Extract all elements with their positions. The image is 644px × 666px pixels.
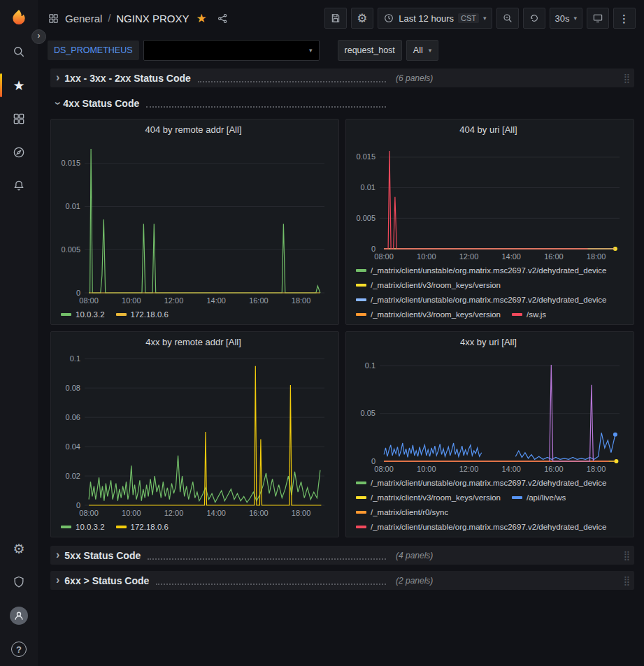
panel-404-by-uri: 404 by uri [All] 00.0050.010.01508:0010:… — [345, 119, 634, 325]
legend-item[interactable]: /_matrix/client/unstable/org.matrix.msc2… — [356, 263, 607, 277]
row-drag-handle[interactable]: ⣿ — [623, 73, 630, 82]
admin-gear-icon[interactable]: ⚙ — [0, 532, 38, 565]
breadcrumb: General / NGINX PROXY ★ — [48, 13, 229, 24]
panel-title[interactable]: 4xx by remote addr [All] — [55, 337, 331, 347]
svg-text:18:00: 18:00 — [292, 509, 311, 517]
explore-compass-icon[interactable] — [0, 136, 38, 169]
chevron-down-icon: ▾ — [573, 15, 577, 22]
dashboard-settings-button[interactable]: ⚙ — [351, 8, 373, 29]
svg-text:10:00: 10:00 — [122, 509, 141, 517]
legend-item[interactable]: /_matrix/client/unstable/org.matrix.msc2… — [356, 475, 607, 490]
legend-item[interactable]: 172.18.0.6 — [116, 519, 169, 534]
breadcrumb-separator: / — [108, 13, 110, 24]
legend-item[interactable]: /_matrix/client/v3/room_keys/version — [356, 490, 501, 505]
svg-text:10:00: 10:00 — [122, 296, 141, 305]
row-drag-handle[interactable]: ⣿ — [623, 551, 630, 560]
row-panel-count: (6 panels) — [396, 73, 433, 83]
legend-item[interactable]: /_matrix/client/unstable/org.matrix.msc2… — [356, 292, 607, 307]
dashboards-grid-icon[interactable] — [0, 102, 38, 136]
legend-swatch — [61, 526, 71, 528]
user-avatar[interactable] — [0, 599, 38, 632]
legend-item[interactable]: /_matrix/client/v3/room_keys/version — [356, 307, 501, 321]
sidebar-toggle-chevron[interactable]: › — [31, 29, 46, 44]
panel-title[interactable]: 404 by remote addr [All] — [55, 124, 331, 135]
row-5xx[interactable]: › 5xx Status Code (4 panels) ⣿ — [50, 546, 634, 565]
svg-text:0.015: 0.015 — [356, 152, 375, 161]
legend-item[interactable]: /sw.js — [512, 307, 546, 321]
dotted-leader — [156, 577, 386, 585]
variable-label-ds-prometheus[interactable]: DS_PROMETHEUS — [48, 41, 139, 60]
legend-swatch — [512, 313, 522, 316]
row-1xx-3xx-2xx[interactable]: › 1xx - 3xx - 2xx Status Code (6 panels)… — [50, 68, 634, 87]
kebab-menu-button[interactable]: ⋮ — [613, 8, 636, 29]
time-series-chart[interactable]: 00.0050.010.01508:0010:0012:0014:0016:00… — [350, 136, 627, 261]
security-shield-icon[interactable] — [0, 565, 38, 599]
alerting-bell-icon[interactable] — [0, 169, 38, 203]
chart-legend: /_matrix/client/unstable/org.matrix.msc2… — [356, 475, 627, 534]
zoom-out-button[interactable] — [496, 8, 519, 29]
svg-text:08:00: 08:00 — [374, 252, 394, 261]
legend-item[interactable]: 10.0.3.2 — [61, 519, 105, 534]
row-header-left: › 5xx Status Code — [55, 549, 389, 562]
legend-label: /_matrix/client/unstable/org.matrix.msc2… — [371, 479, 607, 487]
panels-grid: 404 by remote addr [All] 00.0050.010.015… — [50, 119, 634, 537]
svg-text:0: 0 — [76, 501, 80, 509]
legend-item[interactable]: /_matrix/client/v3/room_keys/version — [356, 277, 501, 292]
time-range-picker[interactable]: Last 12 hours CST ▾ — [378, 8, 492, 29]
svg-text:0.08: 0.08 — [66, 384, 80, 392]
time-series-chart[interactable]: 00.020.040.060.080.108:0010:0012:0014:00… — [55, 349, 331, 518]
chart-legend: /_matrix/client/unstable/org.matrix.msc2… — [356, 263, 627, 321]
grafana-logo[interactable] — [0, 0, 38, 35]
save-dashboard-button[interactable] — [324, 8, 347, 29]
legend-item[interactable]: 10.0.3.2 — [61, 307, 105, 321]
dotted-leader — [198, 74, 386, 82]
dotted-leader — [148, 551, 386, 560]
legend-label: /_matrix/client/v3/room_keys/version — [371, 310, 501, 319]
time-series-chart[interactable]: 00.0050.010.01508:0010:0012:0014:0016:00… — [55, 136, 331, 305]
panel-404-by-remote-addr: 404 by remote addr [All] 00.0050.010.015… — [50, 119, 339, 325]
svg-text:16:00: 16:00 — [249, 509, 269, 517]
starred-nav-icon[interactable]: ★ — [0, 68, 38, 102]
share-icon[interactable] — [217, 13, 229, 24]
datasource-select[interactable]: ▾ — [143, 40, 320, 61]
legend-item[interactable]: /_matrix/client/r0/sync — [356, 505, 448, 519]
refresh-interval-dropdown[interactable]: 30s ▾ — [550, 8, 583, 29]
panel-title[interactable]: 404 by uri [All] — [350, 124, 627, 135]
help-icon[interactable]: ? — [0, 632, 38, 666]
svg-text:0: 0 — [371, 245, 375, 253]
legend-item[interactable]: 172.18.0.6 — [116, 307, 169, 321]
row-panel-count: (2 panels) — [396, 576, 433, 586]
variable-label-request-host[interactable]: request_host — [338, 40, 402, 61]
svg-text:12:00: 12:00 — [459, 252, 479, 261]
cycle-view-button[interactable] — [587, 8, 609, 29]
clock-icon — [383, 13, 394, 24]
svg-text:14:00: 14:00 — [206, 509, 226, 517]
request-host-select[interactable]: All ▾ — [406, 40, 438, 61]
legend-swatch — [512, 496, 522, 499]
legend-swatch — [356, 511, 366, 514]
row-4xx[interactable]: › 4xx Status Code — [50, 94, 634, 113]
svg-text:08:00: 08:00 — [79, 509, 99, 517]
floppy-save-icon — [330, 13, 341, 24]
question-mark-icon: ? — [11, 642, 27, 657]
legend-item[interactable]: /_matrix/client/unstable/org.matrix.msc2… — [356, 519, 607, 534]
legend-item[interactable]: /api/live/ws — [512, 490, 566, 505]
dashboard-title[interactable]: NGINX PROXY — [116, 13, 189, 24]
legend-swatch — [356, 313, 366, 316]
favorite-star-icon[interactable]: ★ — [196, 13, 206, 24]
breadcrumb-folder[interactable]: General — [65, 13, 102, 24]
svg-text:16:00: 16:00 — [249, 296, 269, 305]
svg-text:0: 0 — [371, 457, 375, 465]
row-6xx[interactable]: › 6xx > Status Code (2 panels) ⣿ — [50, 571, 634, 590]
chevron-right-icon: › — [56, 549, 59, 560]
svg-text:0.1: 0.1 — [70, 354, 80, 363]
refresh-button[interactable] — [523, 8, 545, 29]
time-series-chart[interactable]: 00.050.108:0010:0012:0014:0016:0018:00 — [350, 349, 627, 474]
row-header-left: › 6xx > Status Code — [55, 574, 389, 587]
row-drag-handle[interactable]: ⣿ — [623, 576, 630, 585]
legend-label: 10.0.3.2 — [76, 310, 105, 319]
svg-text:08:00: 08:00 — [374, 465, 394, 473]
panel-title[interactable]: 4xx by uri [All] — [350, 337, 627, 347]
time-range-label: Last 12 hours — [399, 13, 454, 24]
svg-text:10:00: 10:00 — [417, 252, 436, 261]
